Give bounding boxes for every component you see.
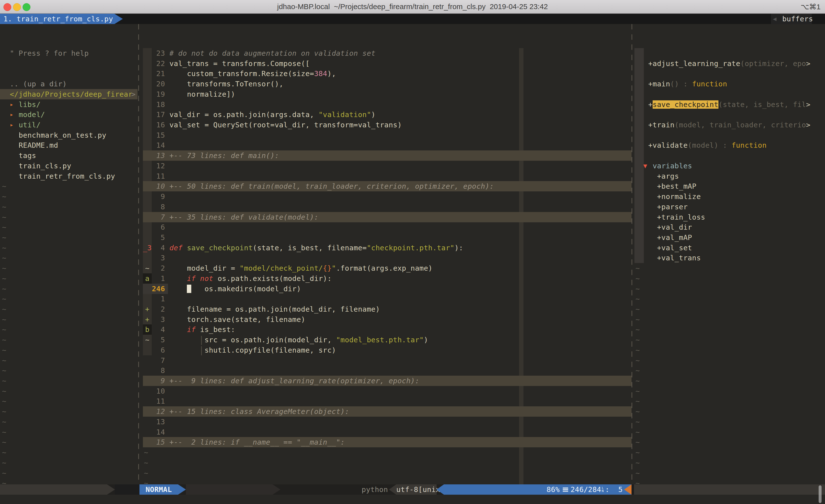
fold-open-icon[interactable]: ▼ [643,161,647,171]
code-line[interactable]: 9 [143,191,631,202]
statusline-gap [631,484,634,495]
empty-line: ~ [2,314,6,325]
powerline-arrow-icon [273,484,280,495]
code-line[interactable]: 17val_dir = os.path.join(args.data, "val… [143,109,631,120]
empty-line: ~ [2,417,6,427]
code-line[interactable]: 14 [143,427,631,437]
code-line[interactable]: 12 [143,161,631,171]
empty-line: ~ [2,324,6,335]
gutter-sign: ~ [143,335,152,345]
nerdtree-root-path[interactable]: </jdhao/Projects/deep_firear> [0,89,138,99]
empty-line: ~ [2,437,6,447]
folded-region[interactable]: 9+-- 9 lines: def adjust_learning_rate(o… [143,376,631,386]
terminal-scrollbar[interactable] [819,485,822,503]
terminal-buffer-area: " Press ? for help.. (up a dir)</jdhao/P… [0,24,825,484]
tagbar-outline-window[interactable]: +adjust_learning_rate(optimizer, epo>+ma… [633,48,825,504]
folded-region[interactable]: 10+-- 50 lines: def train(model, train_l… [143,181,631,191]
dir-collapsed-icon[interactable]: ▸ [10,99,13,110]
code-line[interactable]: 7 [143,355,631,365]
macos-titlebar: jdhao-MBP.local ~/Projects/deep_firearm/… [0,0,825,14]
gutter-sign: _3 [143,243,152,253]
empty-line: ~ [2,406,6,417]
empty-line: ~ [2,253,6,263]
code-line[interactable]: 20 transforms.ToTensor(), [143,79,631,89]
code-line[interactable]: 23# do not do data augmentation on valid… [143,48,631,59]
empty-line: ~ [2,222,6,232]
empty-line: ~ [2,202,6,212]
code-line[interactable]: 2~ model_dir = "model/check_point/{}".fo… [143,263,631,273]
dir-collapsed-icon[interactable]: ▸ [10,109,13,120]
code-line[interactable]: 3+ torch.save(state, filename) [143,314,631,325]
empty-line: ~ [2,355,6,365]
line-position: 246/284 [571,484,601,495]
code-line[interactable]: 4b if is_best: [143,324,631,335]
code-line[interactable]: 19 normalize]) [143,89,631,99]
code-line[interactable]: 4_3def save_checkpoint(state, is_best, f… [143,243,631,253]
code-line[interactable]: 5~ src = os.path.join(model_dir, "model_… [143,335,631,345]
mode-indicator: NORMAL [140,484,178,495]
empty-line: ~ [2,396,6,406]
code-line[interactable]: 5 [143,232,631,243]
code-line[interactable]: 6 [143,222,631,232]
tagbar-statusline: [Name] train_retr_from_cls.py [634,484,825,495]
nerdtree-help-hint: " Press ? for help [10,48,89,59]
filetype-indicator: python [354,484,388,495]
folded-region[interactable]: 13+-- 73 lines: def main(): [143,150,631,161]
cursor-line[interactable]: 246 os.makedirs(model_dir) [143,284,631,294]
nerdtree-file-explorer[interactable]: " Press ? for help.. (up a dir)</jdhao/P… [0,48,138,504]
empty-line: ~ [2,468,6,478]
code-line[interactable]: 13 [143,417,631,427]
code-line[interactable]: 11 [143,171,631,181]
statusline-filler [115,484,140,495]
code-line[interactable]: 16val_set = QuerySet(root=val_dir, trans… [143,120,631,130]
code-line[interactable]: 10 [143,386,631,396]
nerdtree-up-dir[interactable]: .. (up a dir) [10,79,67,89]
tab-label: 1. train_retr_from_cls.py [3,14,113,24]
tab-arrow-shape [115,14,123,24]
code-line[interactable]: 22val_trans = transforms.Compose([ [143,59,631,69]
window-separator-left[interactable] [138,24,139,484]
code-line[interactable]: 8 [143,365,631,376]
empty-line: ~ [2,386,6,396]
folded-region[interactable]: 12+-- 15 lines: class AverageMeter(objec… [143,406,631,417]
vim-tabline: 1. train_retr_from_cls.py ◀ buffers [0,14,825,24]
code-line[interactable]: 1 [143,294,631,304]
encoding-indicator: utf-8[unix] [396,484,437,495]
window-separator-right[interactable] [631,24,632,484]
code-line[interactable]: 6 shutil.copyfile(filename, src) [143,345,631,355]
empty-line: ~ [2,294,6,304]
tagbar-fold-column [634,48,644,263]
gutter-sign: + [143,314,152,325]
code-line[interactable]: 14 [143,140,631,150]
empty-line: ~ [2,191,6,202]
empty-line: ~ [2,181,6,191]
empty-line: ~ [2,212,6,222]
tab-train-retr-from-cls[interactable]: 1. train_retr_from_cls.py [0,14,115,24]
collapse-left-icon: ◀ [773,14,777,24]
powerline-arrow-icon [178,484,186,495]
scroll-percent: 86% [546,484,560,495]
code-line[interactable]: 8 [143,202,631,212]
code-line[interactable]: 15 [143,130,631,140]
gutter-sign: a [143,273,152,284]
code-line[interactable]: 1a if not os.path.exists(model_dir): [143,273,631,284]
code-line[interactable]: 2+ filename = os.path.join(model_dir, fi… [143,304,631,314]
code-line[interactable]: 11 [143,396,631,406]
vim-command-line[interactable] [0,495,825,504]
code-line[interactable]: 18 [143,99,631,110]
dir-collapsed-icon[interactable]: ▸ [10,120,13,130]
folded-region[interactable]: 7+-- 35 lines: def validate(model): [143,212,631,222]
empty-line: ~ [2,345,6,355]
powerline-arrow-icon [107,484,115,495]
line-number-glyph-icon: LN [602,487,604,493]
folded-region[interactable]: 15+-- 2 lines: if __name__ == "__main__"… [143,437,631,447]
powerline-arrow-left-icon [389,484,396,495]
empty-line: ~ [2,263,6,273]
code-editor-window[interactable]: 23# do not do data augmentation on valid… [143,48,631,504]
code-line[interactable]: 21 custom_transform.Resize(size=384), [143,69,631,79]
column-number [609,484,618,495]
empty-line: ~ [2,447,6,457]
window-title: jdhao-MBP.local ~/Projects/deep_firearm/… [0,2,825,11]
empty-line: ~ [2,284,6,294]
code-line[interactable]: 3 [143,253,631,263]
